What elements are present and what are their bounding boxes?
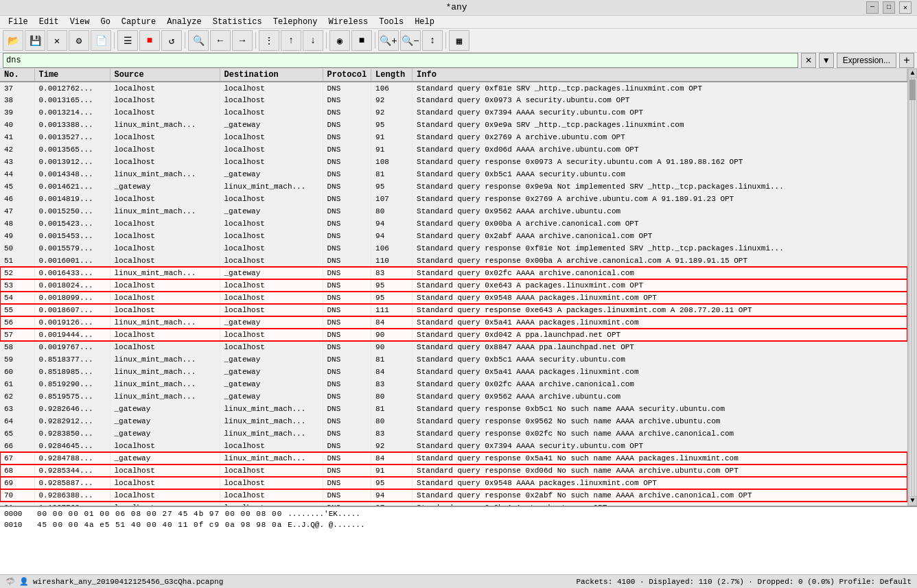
table-row[interactable]: 470.0015250...linux_mint_mach..._gateway…	[0, 205, 907, 217]
table-row[interactable]: 650.9283850..._gatewaylinux_mint_mach...…	[0, 427, 907, 440]
table-row[interactable]: 660.9284645...localhostlocalhostDNS92Sta…	[0, 440, 907, 452]
table-row[interactable]: 410.0013527...localhostlocalhostDNS91Sta…	[0, 131, 907, 143]
save-button[interactable]: 💾	[25, 30, 45, 51]
table-row[interactable]: 630.9282646..._gatewaylinux_mint_mach...…	[0, 403, 907, 415]
menu-item-edit[interactable]: Edit	[34, 16, 65, 29]
table-row[interactable]: 500.0015579...localhostlocalhostDNS106St…	[0, 242, 907, 255]
menu-item-help[interactable]: Help	[409, 16, 440, 29]
menu-item-capture[interactable]: Capture	[116, 16, 161, 29]
table-row[interactable]: 550.0018607...localhostlocalhostDNS111St…	[0, 304, 907, 316]
table-cell: 52	[0, 267, 34, 279]
table-row[interactable]: 620.8519575...linux_mint_mach..._gateway…	[0, 390, 907, 403]
table-row[interactable]: 670.9284788..._gatewaylinux_mint_mach...…	[0, 452, 907, 464]
table-row[interactable]: 590.8518377...linux_mint_mach..._gateway…	[0, 353, 907, 366]
filter-add-button[interactable]: +	[899, 53, 914, 68]
table-row[interactable]: 440.0014348...linux_mint_mach..._gateway…	[0, 168, 907, 180]
table-row[interactable]: 430.0013912...localhostlocalhostDNS108St…	[0, 156, 907, 168]
scrollbar-up-arrow[interactable]: ▲	[908, 69, 917, 78]
table-cell: 80	[371, 415, 413, 427]
hex-ascii: E..J.Q@. @.......	[288, 519, 364, 530]
table-row[interactable]: 570.0019444...localhostlocalhostDNS90Sta…	[0, 329, 907, 341]
table-cell: localhost	[110, 341, 220, 353]
menu-item-statistics[interactable]: Statistics	[207, 16, 268, 29]
zoom-in-button[interactable]: 🔍+	[378, 30, 399, 51]
reload-button[interactable]: ↺	[161, 30, 182, 51]
table-row[interactable]: 380.0013165...localhostlocalhostDNS92Sta…	[0, 94, 907, 106]
table-cell: 56	[0, 316, 34, 329]
table-row[interactable]: 490.0015453...localhostlocalhostDNS94Sta…	[0, 230, 907, 242]
list-button[interactable]: ☰	[117, 30, 138, 51]
table-cell: 65	[0, 427, 34, 440]
table-cell: 0.0014621...	[34, 180, 110, 193]
table-row[interactable]: 400.0013388...linux_mint_mach..._gateway…	[0, 119, 907, 131]
scrollbar-track[interactable]	[908, 78, 917, 496]
new-file-button[interactable]: 📄	[91, 30, 111, 51]
table-row[interactable]: 640.9282912..._gatewaylinux_mint_mach...…	[0, 415, 907, 427]
table-row[interactable]: 600.8518985...linux_mint_mach..._gateway…	[0, 366, 907, 378]
table-row[interactable]: 700.9286388...localhostlocalhostDNS94Sta…	[0, 489, 907, 502]
table-row[interactable]: 510.0016001...localhostlocalhostDNS110St…	[0, 255, 907, 267]
filter-input[interactable]	[3, 53, 798, 68]
table-cell: Standard query response 0x2769 A archive…	[413, 193, 907, 205]
packet-scrollbar[interactable]: ▲ ▼	[907, 69, 917, 506]
table-cell: DNS	[323, 205, 371, 217]
coloring-button[interactable]: ▦	[449, 30, 469, 51]
scrollbar-thumb[interactable]	[909, 80, 916, 100]
filter-arrow-button[interactable]: ▼	[819, 53, 834, 68]
table-row[interactable]: 690.9285887...localhostlocalhostDNS95Sta…	[0, 477, 907, 489]
find-button[interactable]: 🔍	[188, 30, 209, 51]
options-button[interactable]: ⚙	[69, 30, 89, 51]
table-row[interactable]: 460.0014819...localhostlocalhostDNS107St…	[0, 193, 907, 205]
capture-live-button[interactable]: ◉	[329, 30, 350, 51]
table-cell: _gateway	[220, 366, 323, 378]
scroll-down-button[interactable]: ↓	[303, 30, 323, 51]
table-row[interactable]: 530.0018024...localhostlocalhostDNS95Sta…	[0, 279, 907, 292]
expression-button[interactable]: Expression...	[837, 53, 896, 68]
stop-button[interactable]: ■	[139, 30, 160, 51]
close-button[interactable]: ✕	[899, 1, 912, 14]
filter-clear-button[interactable]: ✕	[801, 53, 816, 68]
table-row[interactable]: 580.0019767...localhostlocalhostDNS90Sta…	[0, 341, 907, 353]
open-capture-button[interactable]: 📂	[3, 30, 23, 51]
back-button[interactable]: ←	[210, 30, 231, 51]
zoom-out-button[interactable]: 🔍−	[400, 30, 421, 51]
table-cell: Standard query 0x8847 AAAA ppa.launchpad…	[413, 341, 907, 353]
table-cell: localhost	[110, 292, 220, 304]
stop-capture-button[interactable]: ■	[351, 30, 372, 51]
menu-item-telephony[interactable]: Telephony	[268, 16, 323, 29]
menu-item-file[interactable]: File	[3, 16, 34, 29]
menu-item-tools[interactable]: Tools	[373, 16, 409, 29]
table-cell: localhost	[220, 143, 323, 156]
toolbar-sep1	[114, 32, 115, 49]
restore-button[interactable]: □	[883, 1, 895, 14]
table-cell: Standard query 0x9e9a SRV _http._tcp.pac…	[413, 119, 907, 131]
table-row[interactable]: 390.0013214...localhostlocalhostDNS92Sta…	[0, 106, 907, 119]
table-row[interactable]: 540.0018099...localhostlocalhostDNS95Sta…	[0, 292, 907, 304]
table-cell: 0.9284645...	[34, 440, 110, 452]
table-cell: linux_mint_mach...	[220, 180, 323, 193]
menu-item-go[interactable]: Go	[95, 16, 115, 29]
table-cell: 92	[371, 94, 413, 106]
table-cell: 1.1027762...	[34, 502, 110, 506]
table-row[interactable]: 520.0016433...linux_mint_mach..._gateway…	[0, 267, 907, 279]
menu-item-view[interactable]: View	[65, 16, 95, 29]
goto-packet-button[interactable]: ⋮	[259, 30, 279, 51]
table-cell: DNS	[323, 143, 371, 156]
zoom-reset-button[interactable]: ↕	[422, 30, 443, 51]
menu-item-analyze[interactable]: Analyze	[161, 16, 207, 29]
minimize-button[interactable]: ─	[866, 1, 879, 14]
forward-button[interactable]: →	[232, 30, 253, 51]
table-row[interactable]: 450.0014621..._gatewaylinux_mint_mach...…	[0, 180, 907, 193]
table-row[interactable]: 370.0012762...localhostlocalhostDNS106St…	[0, 82, 907, 94]
table-row[interactable]: 680.9285344...localhostlocalhostDNS91Sta…	[0, 464, 907, 477]
table-row[interactable]: 911.1027762...localhostlocalhostDNS87Sta…	[0, 502, 907, 506]
table-row[interactable]: 480.0015423...localhostlocalhostDNS94Sta…	[0, 217, 907, 230]
close-capture-button[interactable]: ✕	[47, 30, 67, 51]
table-row[interactable]: 560.0019126...linux_mint_mach..._gateway…	[0, 316, 907, 329]
menu-item-wireless[interactable]: Wireless	[323, 16, 374, 29]
scrollbar-down-arrow[interactable]: ▼	[908, 496, 917, 506]
table-row[interactable]: 420.0013565...localhostlocalhostDNS91Sta…	[0, 143, 907, 156]
table-cell: Standard query 0xd06d AAAA archive.ubunt…	[413, 143, 907, 156]
table-row[interactable]: 610.8519290...linux_mint_mach..._gateway…	[0, 378, 907, 390]
scroll-up-button[interactable]: ↑	[281, 30, 301, 51]
